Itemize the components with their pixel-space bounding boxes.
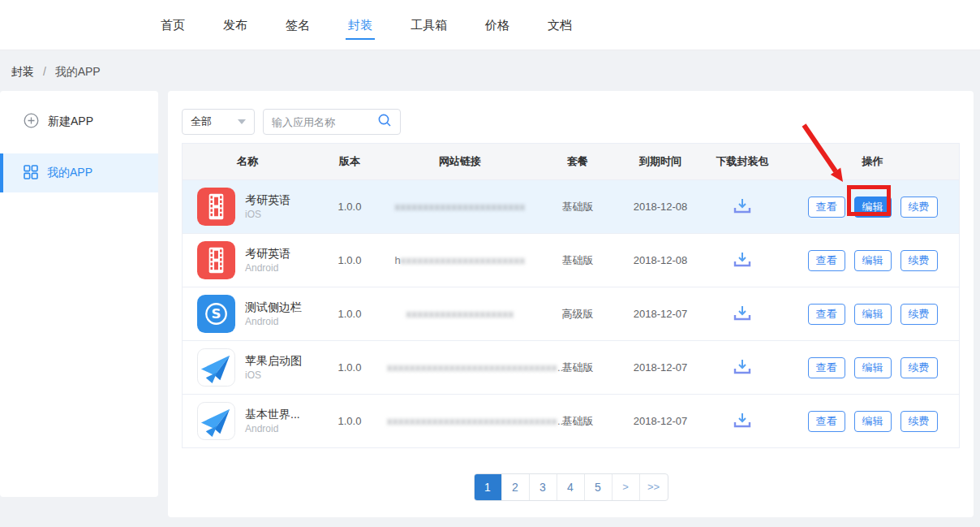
renew-button[interactable]: 续费: [900, 304, 938, 325]
link-cell: xxxxxxxxxxxxxxxxxxx: [387, 308, 533, 320]
main-panel: 全部 名称 版本 网站链接 套餐 到期时间 下载封装包 操作: [168, 91, 974, 517]
version-cell: 1.0.0: [312, 308, 387, 320]
breadcrumb-current: 我的APP: [55, 65, 101, 78]
actions-cell: 查看 编辑 续费: [786, 357, 959, 378]
download-icon[interactable]: [732, 304, 753, 324]
app-name: 考研英语: [245, 245, 290, 261]
page-1[interactable]: 1: [475, 474, 502, 500]
app-platform: Android: [245, 315, 302, 329]
table-row[interactable]: 苹果启动图 iOS 1.0.0 xxxxxxxxxxxxxxxxxxxxxxxx…: [183, 340, 959, 394]
search-box: [263, 109, 401, 135]
view-button[interactable]: 查看: [808, 357, 845, 378]
expires-cell: 2018-12-08: [622, 254, 698, 266]
paper-plane-icon: [197, 402, 235, 440]
sidebar-item-new-app[interactable]: 新建APP: [0, 102, 158, 141]
blurred-link: xxxxxxxxxxxxxxxxxxxxxxx: [395, 201, 526, 213]
edit-button[interactable]: 编辑: [854, 411, 892, 432]
app-name-cell: 基本世界... Android: [183, 402, 312, 440]
page-5[interactable]: 5: [585, 474, 612, 500]
version-cell: 1.0.0: [312, 361, 387, 374]
breadcrumb: 封装 / 我的APP: [11, 65, 101, 80]
app-name-cell: 考研英语 iOS: [183, 188, 312, 226]
col-download: 下载封装包: [698, 154, 786, 169]
blurred-link: xxxxxxxxxxxxxxxxxxxxxx: [401, 254, 526, 266]
edit-button[interactable]: 编辑: [854, 197, 892, 218]
actions-cell: 查看 编辑 续费: [786, 411, 959, 432]
plan-cell: 基础版: [533, 253, 622, 268]
col-actions: 操作: [786, 154, 959, 169]
actions-cell: 查看 编辑 续费: [786, 304, 959, 325]
blurred-link: xxxxxxxxxxxxxxxxxxxxxxxxxxxxxx: [387, 361, 557, 374]
breadcrumb-section[interactable]: 封装: [11, 65, 34, 78]
app-platform: Android: [245, 261, 290, 275]
app-name-cell: S 测试侧边栏 Android: [183, 295, 312, 333]
link-cell: xxxxxxxxxxxxxxxxxxxxxxxxxxxxxx...: [387, 361, 533, 374]
download-icon[interactable]: [732, 197, 753, 217]
grid-icon: [24, 165, 38, 182]
table-row[interactable]: 基本世界... Android 1.0.0 xxxxxxxxxxxxxxxxxx…: [183, 394, 959, 447]
edit-button[interactable]: 编辑: [854, 304, 892, 325]
nav-item-package[interactable]: 封装: [348, 0, 372, 50]
expires-cell: 2018-12-07: [622, 308, 698, 320]
svg-text:S: S: [212, 306, 221, 322]
app-name: 测试侧边栏: [245, 299, 302, 315]
version-cell: 1.0.0: [312, 201, 387, 213]
link-cell: xxxxxxxxxxxxxxxxxxxxxxxxxxxxxx...: [387, 415, 533, 427]
category-select-value: 全部: [191, 114, 212, 129]
top-nav: 首页 发布 签名 封装 工具箱 价格 文档: [0, 0, 980, 50]
version-cell: 1.0.0: [312, 415, 387, 427]
plan-cell: 高级版: [533, 307, 622, 322]
view-button[interactable]: 查看: [808, 250, 845, 271]
blurred-link: xxxxxxxxxxxxxxxxxxxxxxxxxxxxxx: [387, 415, 557, 427]
col-version: 版本: [312, 154, 387, 169]
table-row[interactable]: 考研英语 iOS 1.0.0 xxxxxxxxxxxxxxxxxxxxxxx 基…: [183, 179, 959, 233]
sidebar-item-my-app[interactable]: 我的APP: [0, 153, 158, 192]
view-button[interactable]: 查看: [808, 304, 845, 325]
nav-item-price[interactable]: 价格: [485, 0, 509, 50]
app-platform: iOS: [245, 369, 302, 382]
search-input[interactable]: [272, 116, 377, 128]
download-icon[interactable]: [732, 250, 753, 270]
nav-item-docs[interactable]: 文档: [548, 0, 572, 50]
view-button[interactable]: 查看: [808, 197, 845, 218]
actions-cell: 查看 编辑 续费: [786, 250, 959, 271]
renew-button[interactable]: 续费: [900, 357, 938, 378]
download-icon[interactable]: [732, 357, 753, 378]
col-plan: 套餐: [533, 154, 622, 169]
chevron-down-icon: [238, 119, 246, 124]
view-button[interactable]: 查看: [808, 411, 845, 432]
actions-cell: 查看 编辑 续费: [786, 197, 959, 218]
category-select[interactable]: 全部: [182, 109, 255, 135]
table-row[interactable]: S 测试侧边栏 Android 1.0.0 xxxxxxxxxxxxxxxxxx…: [183, 287, 959, 340]
nav-item-home[interactable]: 首页: [161, 0, 185, 50]
nav-item-publish[interactable]: 发布: [223, 0, 247, 50]
filter-row: 全部: [182, 109, 974, 135]
nav-item-toolbox[interactable]: 工具箱: [410, 0, 447, 50]
sidebar-item-label: 新建APP: [48, 114, 93, 129]
table-header: 名称 版本 网站链接 套餐 到期时间 下载封装包 操作: [183, 144, 959, 179]
table-row[interactable]: 考研英语 Android 1.0.0 hxxxxxxxxxxxxxxxxxxxx…: [183, 233, 959, 287]
app-name-cell: 考研英语 Android: [183, 241, 312, 279]
page-4[interactable]: 4: [557, 474, 585, 500]
pagination: 1 2 3 4 5 > >>: [168, 473, 974, 501]
next-page-icon[interactable]: >: [612, 474, 640, 500]
app-name-cell: 苹果启动图 iOS: [183, 348, 312, 387]
edit-button[interactable]: 编辑: [854, 357, 892, 378]
download-icon[interactable]: [732, 411, 753, 431]
edit-button[interactable]: 编辑: [854, 250, 892, 271]
app-platform: Android: [245, 422, 300, 436]
app-name: 苹果启动图: [245, 352, 302, 369]
link-cell: xxxxxxxxxxxxxxxxxxxxxxx: [387, 201, 533, 213]
link-cell: hxxxxxxxxxxxxxxxxxxxxxx: [387, 254, 533, 266]
renew-button[interactable]: 续费: [900, 250, 938, 271]
search-icon[interactable]: [377, 113, 392, 131]
last-page-icon[interactable]: >>: [640, 474, 668, 500]
page-2[interactable]: 2: [502, 474, 530, 500]
app-name: 考研英语: [245, 192, 290, 208]
nav-item-signature[interactable]: 签名: [286, 0, 310, 50]
blurred-link: xxxxxxxxxxxxxxxxxxx: [406, 308, 514, 320]
renew-button[interactable]: 续费: [900, 197, 938, 218]
renew-button[interactable]: 续费: [900, 411, 938, 432]
page-3[interactable]: 3: [530, 474, 557, 500]
film-icon: [197, 241, 235, 279]
